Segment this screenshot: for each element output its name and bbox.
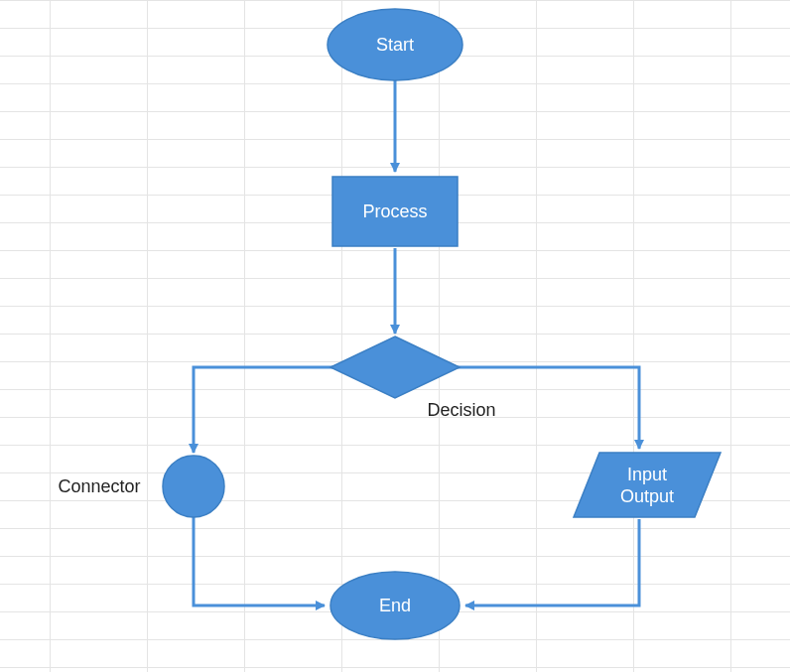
node-start[interactable]: Start	[328, 9, 462, 80]
node-start-label: Start	[376, 35, 414, 55]
svg-point-3	[163, 456, 224, 517]
node-process[interactable]: Process	[332, 177, 458, 246]
node-decision[interactable]: Decision	[330, 336, 496, 420]
svg-marker-2	[330, 336, 460, 398]
flowchart-canvas: Start Process Decision Connector Input O…	[0, 0, 790, 672]
node-io[interactable]: Input Output	[574, 453, 721, 517]
svg-marker-4	[574, 453, 721, 517]
node-io-label-2: Output	[620, 486, 674, 506]
edge-decision-connector	[194, 367, 332, 453]
node-process-label: Process	[362, 202, 427, 221]
node-decision-label: Decision	[427, 400, 495, 420]
flowchart-svg: Start Process Decision Connector Input O…	[0, 0, 790, 672]
node-connector[interactable]: Connector	[58, 456, 224, 517]
node-io-label-1: Input	[627, 465, 667, 484]
node-end[interactable]: End	[330, 572, 460, 639]
node-end-label: End	[379, 596, 411, 615]
edge-io-end	[465, 519, 639, 605]
node-connector-label: Connector	[58, 476, 140, 496]
edge-connector-end	[194, 516, 325, 605]
